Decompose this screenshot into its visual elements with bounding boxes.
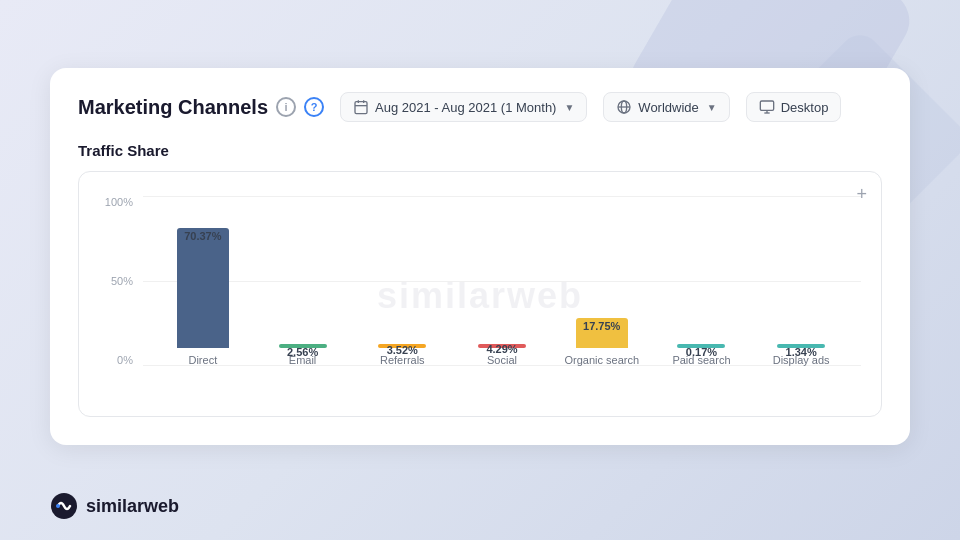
bar-group-social[interactable]: 4.29%Social	[452, 196, 552, 366]
header-row: Marketing Channels i ? Aug 2021 - Aug 20…	[78, 92, 882, 122]
bar-name-3: Social	[487, 354, 517, 366]
svg-rect-0	[355, 102, 367, 114]
bar-value-0: 70.37%	[184, 230, 221, 242]
title-group: Marketing Channels i ?	[78, 96, 324, 119]
svg-point-11	[56, 504, 60, 508]
region-chevron-icon: ▼	[707, 102, 717, 113]
bar-group-referrals[interactable]: 3.52%Referrals	[352, 196, 452, 366]
chart-card: + similarweb 100% 50% 0% 70.37%Direct2.5…	[78, 171, 882, 417]
device-filter[interactable]: Desktop	[746, 92, 842, 122]
bar-group-direct[interactable]: 70.37%Direct	[153, 196, 253, 366]
calendar-icon	[353, 99, 369, 115]
section-title: Traffic Share	[78, 142, 882, 159]
page-title: Marketing Channels	[78, 96, 268, 119]
brand-name: similarweb	[86, 496, 179, 517]
date-chevron-icon: ▼	[564, 102, 574, 113]
y-label-50: 50%	[111, 275, 133, 287]
globe-icon	[616, 99, 632, 115]
region-filter-label: Worldwide	[638, 100, 698, 115]
bar-group-paid-search[interactable]: 0.17%Paid search	[652, 196, 752, 366]
bar-value-4: 17.75%	[583, 320, 620, 332]
bar-group-organic-search[interactable]: 17.75%Organic search	[552, 196, 652, 366]
bar-name-4: Organic search	[564, 354, 639, 366]
bar-value-5: 0.17%	[686, 346, 717, 358]
date-filter[interactable]: Aug 2021 - Aug 2021 (1 Month) ▼	[340, 92, 587, 122]
bar-value-3: 4.29%	[486, 343, 517, 355]
help-icon[interactable]: ?	[304, 97, 324, 117]
region-filter[interactable]: Worldwide ▼	[603, 92, 729, 122]
bar-name-0: Direct	[188, 354, 217, 366]
brand-footer: similarweb	[50, 492, 179, 520]
bar-0	[177, 228, 229, 348]
main-card: Marketing Channels i ? Aug 2021 - Aug 20…	[50, 68, 910, 445]
bar-group-email[interactable]: 2.56%Email	[253, 196, 353, 366]
bar-value-1: 2.56%	[287, 346, 318, 358]
bar-group-display-ads[interactable]: 1.34%Display ads	[751, 196, 851, 366]
bar-value-6: 1.34%	[786, 346, 817, 358]
bar-value-2: 3.52%	[387, 344, 418, 356]
y-label-100: 100%	[105, 196, 133, 208]
date-filter-label: Aug 2021 - Aug 2021 (1 Month)	[375, 100, 556, 115]
y-axis: 100% 50% 0%	[99, 196, 139, 366]
y-label-0: 0%	[117, 354, 133, 366]
device-filter-label: Desktop	[781, 100, 829, 115]
brand-logo-icon	[50, 492, 78, 520]
bars-area: 70.37%Direct2.56%Email3.52%Referrals4.29…	[143, 196, 861, 366]
svg-rect-7	[760, 101, 773, 110]
info-icon[interactable]: i	[276, 97, 296, 117]
monitor-icon	[759, 99, 775, 115]
chart-area: similarweb 100% 50% 0% 70.37%Direct2.56%…	[99, 196, 861, 396]
